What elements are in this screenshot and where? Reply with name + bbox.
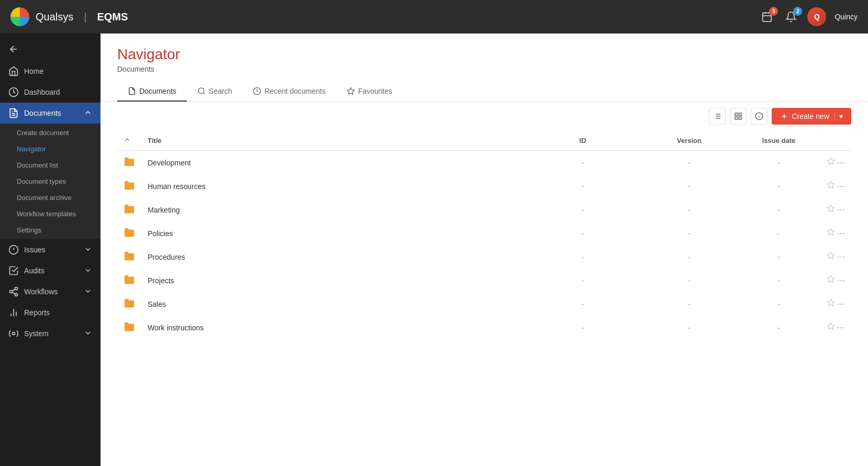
user-avatar[interactable]: Q <box>807 7 826 26</box>
svg-marker-23 <box>347 87 354 94</box>
sidebar-item-workflows[interactable]: Workflows <box>0 281 101 302</box>
tab-documents[interactable]: Documents <box>117 82 187 102</box>
list-view-icon <box>713 112 721 120</box>
tab-recent-documents[interactable]: Recent documents <box>242 82 336 102</box>
document-list-label: Document list <box>17 161 58 169</box>
reports-icon <box>8 307 19 318</box>
document-archive-label: Document archive <box>17 194 72 202</box>
sidebar-item-create-document[interactable]: Create document <box>0 125 101 141</box>
tab-search[interactable]: Search <box>187 82 242 102</box>
more-options-button[interactable]: ··· <box>837 251 845 262</box>
main-content: Navigator Documents Documents Search <box>101 34 868 466</box>
star-icon <box>827 251 835 260</box>
sidebar-item-document-list[interactable]: Document list <box>0 157 101 173</box>
notification-button[interactable]: 2 <box>783 9 799 25</box>
more-options-button[interactable]: ··· <box>837 322 845 333</box>
page-title: Navigator <box>117 46 851 63</box>
sidebar-item-home[interactable]: Home <box>0 61 101 82</box>
more-options-button[interactable]: ··· <box>837 228 845 239</box>
tab-documents-label: Documents <box>139 87 176 95</box>
user-initial: Q <box>814 13 820 21</box>
star-button[interactable] <box>827 228 835 238</box>
table-row: Human resources - - - ··· <box>117 174 851 198</box>
sidebar-item-navigator[interactable]: Navigator <box>0 141 101 157</box>
header-right-area: 5 2 Q Quincy <box>759 7 858 26</box>
view-list-button[interactable] <box>709 108 726 125</box>
star-icon <box>827 228 835 236</box>
brand-name: Qualsys <box>36 11 73 23</box>
sidebar-item-reports[interactable]: Reports <box>0 302 101 323</box>
chevron-down-icon-system <box>84 329 92 339</box>
sidebar-item-dashboard[interactable]: Dashboard <box>0 82 101 103</box>
documents-icon <box>8 108 19 118</box>
svg-marker-39 <box>827 158 834 164</box>
documents-submenu: Create document Navigator Document list … <box>0 124 101 239</box>
more-options-button[interactable]: ··· <box>837 298 845 309</box>
folder-icon <box>124 161 135 169</box>
sidebar-item-documents[interactable]: Documents <box>0 103 101 124</box>
documents-tab-icon <box>128 87 136 95</box>
star-icon <box>827 204 835 213</box>
star-button[interactable] <box>827 322 835 332</box>
page-subtitle: Documents <box>117 65 851 73</box>
sidebar-item-settings[interactable]: Settings <box>0 222 101 238</box>
logo-icon <box>10 7 29 26</box>
row-title: Projects <box>141 269 530 292</box>
tab-favourites[interactable]: Favourites <box>336 82 403 102</box>
star-button[interactable] <box>827 157 835 167</box>
svg-rect-32 <box>739 117 742 119</box>
more-options-button[interactable]: ··· <box>837 204 845 215</box>
folder-icon <box>124 279 135 287</box>
star-button[interactable] <box>827 181 835 191</box>
documents-table: Title ID Version Issue date Development <box>117 131 851 339</box>
workflow-templates-label: Workflow templates <box>17 210 76 218</box>
sidebar-back-button[interactable] <box>0 38 101 61</box>
row-version: - <box>636 198 742 221</box>
more-options-button[interactable]: ··· <box>837 275 845 286</box>
more-options-button[interactable]: ··· <box>837 181 845 192</box>
svg-marker-46 <box>827 323 834 329</box>
back-icon <box>8 44 19 54</box>
sidebar-item-home-label: Home <box>24 67 43 75</box>
row-version: - <box>636 316 742 339</box>
more-options-button[interactable]: ··· <box>837 157 845 168</box>
star-button[interactable] <box>827 204 835 214</box>
plus-icon <box>780 112 788 120</box>
row-id: - <box>530 174 636 198</box>
sidebar-item-workflow-templates[interactable]: Workflow templates <box>0 206 101 222</box>
col-title-header: Title <box>141 131 530 151</box>
view-grid-button[interactable] <box>730 108 747 125</box>
star-icon <box>827 181 835 189</box>
info-icon <box>755 112 763 120</box>
sidebar-item-issues[interactable]: Issues <box>0 239 101 260</box>
folder-icon <box>124 208 135 216</box>
row-actions: ··· <box>815 316 851 339</box>
svg-rect-33 <box>735 117 738 119</box>
header-logo-area: Qualsys | EQMS <box>10 7 128 26</box>
svg-line-21 <box>203 93 205 94</box>
sidebar: Home Dashboard Documents <box>0 34 101 466</box>
row-issue-date: - <box>743 221 815 245</box>
search-tab-icon <box>197 87 206 95</box>
table-row: Sales - - - ··· <box>117 292 851 316</box>
svg-marker-44 <box>827 275 834 282</box>
row-title: Procedures <box>141 245 530 269</box>
sidebar-item-workflows-label: Workflows <box>24 287 58 296</box>
star-button[interactable] <box>827 275 835 285</box>
sidebar-item-document-archive[interactable]: Document archive <box>0 190 101 206</box>
svg-point-19 <box>13 332 15 335</box>
calendar-button[interactable]: 5 <box>759 9 775 25</box>
row-id: - <box>530 269 636 292</box>
folder-icon <box>124 255 135 263</box>
sidebar-item-system-label: System <box>24 329 49 338</box>
sidebar-item-audits[interactable]: Audits <box>0 260 101 281</box>
document-types-label: Document types <box>17 177 66 185</box>
info-button[interactable] <box>751 108 767 125</box>
sidebar-item-dashboard-label: Dashboard <box>24 88 60 96</box>
create-new-button[interactable]: Create new ▾ <box>772 108 851 125</box>
sidebar-item-document-types[interactable]: Document types <box>0 173 101 190</box>
star-button[interactable] <box>827 298 835 308</box>
star-button[interactable] <box>827 251 835 261</box>
row-actions: ··· <box>815 174 851 198</box>
sidebar-item-system[interactable]: System <box>0 323 101 344</box>
